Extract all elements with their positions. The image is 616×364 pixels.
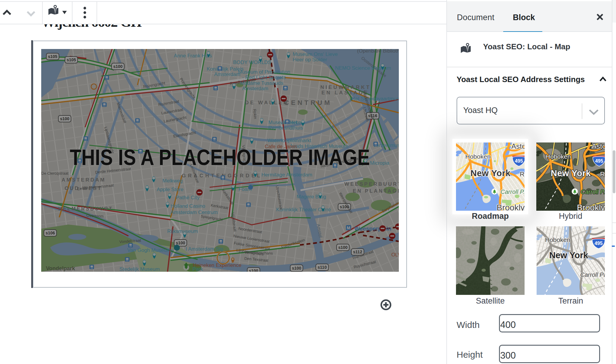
svg-text:Hoboken: Hoboken: [545, 236, 570, 243]
svg-text:495: 495: [515, 158, 523, 164]
svg-text:Carroll P.: Carroll P.: [581, 188, 605, 195]
svg-text:Ri: Ri: [600, 170, 605, 178]
svg-text:Hoboken: Hoboken: [465, 153, 491, 160]
svg-text:495: 495: [595, 158, 603, 164]
svg-text:Hoboken: Hoboken: [546, 153, 571, 160]
svg-text:Brookly: Brookly: [577, 203, 605, 211]
svg-text:Carroll P.: Carroll P.: [500, 188, 525, 195]
svg-text:495: 495: [595, 241, 603, 246]
svg-text:New York: New York: [549, 250, 588, 260]
svg-text:New York: New York: [551, 168, 591, 178]
svg-text:Asto: Asto: [511, 142, 525, 150]
svg-text:Ri: Ri: [520, 170, 525, 178]
svg-text:Carroll Pa: Carroll Pa: [580, 271, 605, 278]
svg-text:Asto: Asto: [592, 142, 605, 150]
svg-text:New York: New York: [470, 168, 511, 178]
svg-text:Brookly: Brookly: [497, 203, 525, 211]
